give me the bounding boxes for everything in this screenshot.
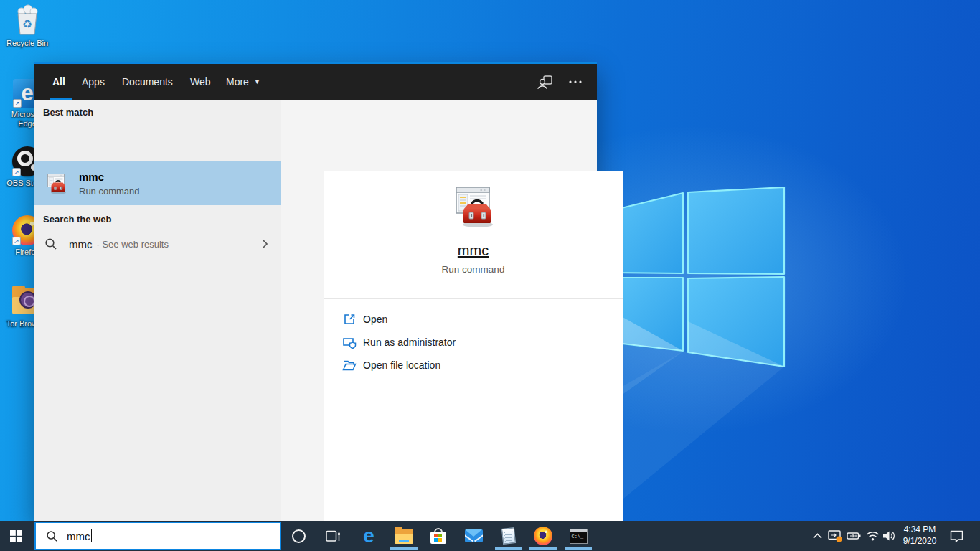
search-results-pane: Best match mmc Run command Search the we… (34, 100, 281, 521)
sign-in-options-button[interactable] (537, 64, 552, 100)
tab-label: Apps (82, 76, 105, 88)
start-button[interactable] (0, 521, 32, 551)
shortcut-arrow-icon: ↗ (13, 99, 22, 108)
chevron-up-icon (813, 533, 822, 539)
web-search-result[interactable]: mmc - See web results (34, 230, 281, 258)
search-tab-bar: All Apps Documents Web More ▼ (34, 64, 597, 100)
admin-shield-icon (341, 334, 357, 350)
taskbar-notepad-button[interactable] (493, 521, 524, 551)
tab-web[interactable]: Web (190, 64, 211, 100)
best-match-result[interactable]: mmc Run command (34, 161, 281, 205)
divider (324, 298, 623, 299)
running-indicator (565, 547, 592, 550)
action-center-button[interactable] (946, 521, 967, 551)
tab-documents[interactable]: Documents (122, 64, 173, 100)
taskbar-mail-button[interactable] (458, 521, 489, 551)
desktop-icon-label: Recycle Bin (0, 39, 55, 48)
taskbar-store-button[interactable] (423, 521, 454, 551)
tray-battery-button[interactable] (845, 521, 862, 551)
preview-card: mmc Run command Open Run as administrato… (324, 171, 623, 551)
tab-label: All (52, 76, 65, 88)
chevron-down-icon: ▼ (254, 78, 260, 85)
tab-label: Documents (122, 76, 173, 88)
search-web-header: Search the web (43, 214, 111, 225)
tab-more[interactable]: More ▼ (226, 64, 260, 100)
search-icon (46, 530, 58, 542)
firefox-icon (534, 527, 552, 545)
label-line-2: Edge (18, 119, 37, 128)
open-icon (341, 311, 357, 327)
tab-apps[interactable]: Apps (82, 64, 105, 100)
search-icon (44, 237, 57, 250)
taskbar-file-explorer-button[interactable] (388, 521, 420, 551)
preview-title-link[interactable]: mmc (324, 242, 623, 259)
tab-label: Web (190, 76, 211, 88)
web-query: mmc (69, 238, 93, 250)
taskbar-search-input[interactable]: mmc (34, 522, 281, 550)
search-flyout: All Apps Documents Web More ▼ (34, 62, 597, 521)
running-indicator (529, 547, 557, 550)
folder-location-icon (341, 357, 357, 373)
battery-charging-icon (847, 532, 862, 540)
action-label: Run as administrator (363, 336, 456, 348)
chevron-right-icon (261, 238, 268, 250)
volume-icon (883, 531, 896, 541)
action-label: Open file location (363, 359, 440, 371)
action-open-file-location[interactable]: Open file location (324, 354, 623, 376)
ellipsis-icon (569, 80, 582, 83)
taskbar-firefox-button[interactable] (527, 521, 559, 551)
preview-subtitle: Run command (324, 264, 623, 275)
edge-icon: e (363, 526, 374, 546)
running-indicator (390, 547, 418, 550)
recycle-bin-icon: ♻ (11, 4, 43, 37)
mmc-icon (44, 172, 67, 195)
best-match-header: Best match (43, 107, 93, 118)
tray-volume-button[interactable] (881, 521, 898, 551)
cortana-button[interactable] (283, 521, 314, 551)
result-subtitle: Run command (79, 186, 140, 197)
clock-time: 4:34 PM (898, 524, 941, 535)
taskbar-command-prompt-button[interactable]: C:\_ (562, 521, 594, 551)
shortcut-arrow-icon: ↗ (12, 168, 21, 176)
action-label: Open (363, 314, 387, 325)
cmd-title-text: C:\_ (570, 532, 587, 540)
pane-divider (281, 100, 289, 521)
web-query-suffix: - See web results (97, 239, 169, 250)
tray-display-button[interactable] (826, 521, 844, 551)
more-options-button[interactable] (569, 64, 582, 100)
taskbar-edge-button[interactable]: e (353, 521, 385, 551)
recycle-glyph: ♻ (22, 18, 32, 30)
desktop-icon-recycle-bin[interactable]: ♻ Recycle Bin (0, 4, 55, 48)
text-caret (91, 529, 92, 542)
windows-start-icon (10, 530, 22, 542)
tray-overflow-button[interactable] (809, 521, 825, 551)
tab-all[interactable]: All (52, 64, 65, 100)
cortana-icon (292, 529, 306, 543)
result-title: mmc (79, 171, 140, 183)
wifi-icon (866, 531, 880, 541)
taskbar: mmc e (0, 521, 980, 551)
user-icon (537, 75, 552, 89)
notepad-icon (501, 527, 516, 545)
display-notification-icon (828, 530, 843, 542)
tab-label: More (226, 76, 249, 88)
search-input-value: mmc (67, 530, 90, 542)
command-prompt-icon: C:\_ (570, 529, 588, 544)
action-open[interactable]: Open (324, 309, 623, 330)
task-view-icon (326, 530, 341, 542)
action-center-icon (950, 530, 963, 542)
action-run-as-administrator[interactable]: Run as administrator (324, 331, 623, 353)
task-view-button[interactable] (317, 521, 349, 551)
shortcut-arrow-icon: ↗ (12, 237, 21, 245)
microsoft-store-icon (430, 528, 446, 544)
mail-icon (465, 529, 483, 542)
taskbar-clock[interactable]: 4:34 PM 9/1/2020 (898, 524, 941, 548)
clock-date: 9/1/2020 (898, 535, 941, 547)
mmc-icon-large (450, 184, 496, 230)
file-explorer-icon (395, 529, 413, 544)
running-indicator (495, 547, 522, 550)
desktop: ♻ Recycle Bin e ↗ Microsoft Edge ↗ OBS S… (0, 0, 980, 551)
tray-wifi-button[interactable] (864, 521, 881, 551)
